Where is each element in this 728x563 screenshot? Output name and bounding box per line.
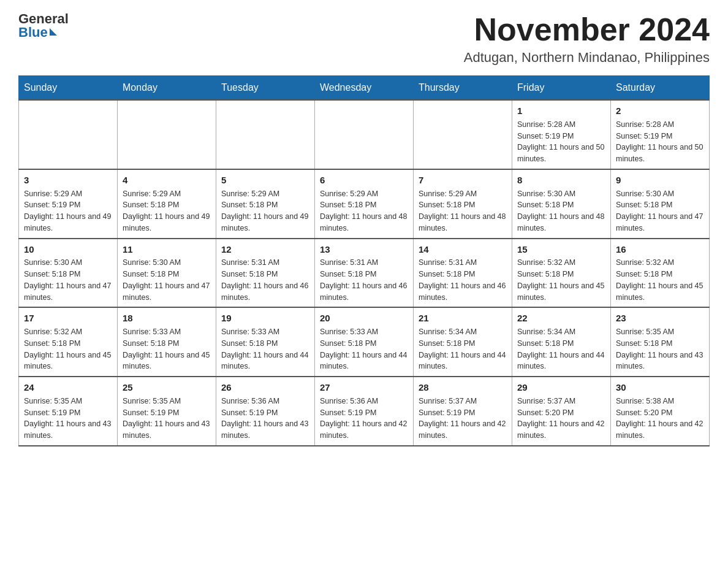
day-info: Sunrise: 5:31 AMSunset: 5:18 PMDaylight:… [419,257,507,303]
logo-general-text: General [18,12,69,26]
day-number: 5 [221,174,309,187]
day-info: Sunrise: 5:33 AMSunset: 5:18 PMDaylight:… [320,326,408,372]
day-number: 29 [517,381,605,394]
month-title: November 2024 [464,12,710,47]
day-number: 24 [24,381,112,394]
day-info: Sunrise: 5:35 AMSunset: 5:19 PMDaylight:… [24,396,112,442]
day-info: Sunrise: 5:34 AMSunset: 5:18 PMDaylight:… [419,326,507,372]
calendar-cell: 11Sunrise: 5:30 AMSunset: 5:18 PMDayligh… [118,239,216,308]
calendar-week-row: 3Sunrise: 5:29 AMSunset: 5:19 PMDaylight… [19,169,710,239]
calendar-cell: 24Sunrise: 5:35 AMSunset: 5:19 PMDayligh… [19,377,118,446]
day-info: Sunrise: 5:30 AMSunset: 5:18 PMDaylight:… [616,188,704,234]
calendar-cell: 17Sunrise: 5:32 AMSunset: 5:18 PMDayligh… [19,307,118,377]
logo-arrow-icon [50,28,57,36]
day-info: Sunrise: 5:33 AMSunset: 5:18 PMDaylight:… [221,326,309,372]
day-info: Sunrise: 5:30 AMSunset: 5:18 PMDaylight:… [24,257,112,303]
day-info: Sunrise: 5:34 AMSunset: 5:18 PMDaylight:… [517,326,605,372]
day-number: 1 [517,104,605,118]
day-info: Sunrise: 5:36 AMSunset: 5:19 PMDaylight:… [320,396,408,442]
calendar-cell: 27Sunrise: 5:36 AMSunset: 5:19 PMDayligh… [315,377,414,446]
day-info: Sunrise: 5:30 AMSunset: 5:18 PMDaylight:… [517,188,605,234]
day-info: Sunrise: 5:29 AMSunset: 5:18 PMDaylight:… [419,188,507,234]
day-info: Sunrise: 5:37 AMSunset: 5:19 PMDaylight:… [419,396,507,442]
calendar-cell: 1Sunrise: 5:28 AMSunset: 5:19 PMDaylight… [512,100,611,169]
calendar-header-row: SundayMondayTuesdayWednesdayThursdayFrid… [19,76,710,101]
calendar-cell: 15Sunrise: 5:32 AMSunset: 5:18 PMDayligh… [512,239,611,308]
day-info: Sunrise: 5:35 AMSunset: 5:18 PMDaylight:… [616,326,704,372]
day-number: 19 [221,312,309,325]
day-number: 7 [419,174,507,187]
day-info: Sunrise: 5:29 AMSunset: 5:18 PMDaylight:… [123,188,211,234]
day-info: Sunrise: 5:29 AMSunset: 5:18 PMDaylight:… [320,188,408,234]
calendar-cell: 6Sunrise: 5:29 AMSunset: 5:18 PMDaylight… [315,169,414,239]
day-number: 8 [517,174,605,187]
day-number: 6 [320,174,408,187]
day-number: 13 [320,243,408,256]
day-info: Sunrise: 5:37 AMSunset: 5:20 PMDaylight:… [517,396,605,442]
calendar-cell: 21Sunrise: 5:34 AMSunset: 5:18 PMDayligh… [414,307,512,377]
calendar-cell: 28Sunrise: 5:37 AMSunset: 5:19 PMDayligh… [414,377,512,446]
calendar-week-row: 17Sunrise: 5:32 AMSunset: 5:18 PMDayligh… [19,307,710,377]
calendar-week-row: 1Sunrise: 5:28 AMSunset: 5:19 PMDaylight… [19,100,710,169]
day-info: Sunrise: 5:30 AMSunset: 5:18 PMDaylight:… [123,257,211,303]
day-number: 30 [616,381,704,394]
calendar-cell: 16Sunrise: 5:32 AMSunset: 5:18 PMDayligh… [611,239,710,308]
day-number: 21 [419,312,507,325]
calendar-cell: 19Sunrise: 5:33 AMSunset: 5:18 PMDayligh… [216,307,315,377]
day-of-week-header: Monday [118,76,216,101]
calendar-cell: 22Sunrise: 5:34 AMSunset: 5:18 PMDayligh… [512,307,611,377]
day-number: 2 [616,104,704,118]
calendar-cell: 9Sunrise: 5:30 AMSunset: 5:18 PMDaylight… [611,169,710,239]
page-header: General Blue November 2024 Adtugan, Nort… [18,12,710,66]
day-info: Sunrise: 5:32 AMSunset: 5:18 PMDaylight:… [24,326,112,372]
day-number: 18 [123,312,211,325]
day-of-week-header: Sunday [19,76,118,101]
day-info: Sunrise: 5:28 AMSunset: 5:19 PMDaylight:… [616,119,704,165]
calendar-cell: 20Sunrise: 5:33 AMSunset: 5:18 PMDayligh… [315,307,414,377]
day-info: Sunrise: 5:31 AMSunset: 5:18 PMDaylight:… [320,257,408,303]
calendar-week-row: 24Sunrise: 5:35 AMSunset: 5:19 PMDayligh… [19,377,710,446]
calendar-cell: 18Sunrise: 5:33 AMSunset: 5:18 PMDayligh… [118,307,216,377]
calendar-cell [315,100,414,169]
title-area: November 2024 Adtugan, Northern Mindanao… [464,12,710,66]
calendar-cell: 25Sunrise: 5:35 AMSunset: 5:19 PMDayligh… [118,377,216,446]
calendar-cell [414,100,512,169]
calendar-cell: 8Sunrise: 5:30 AMSunset: 5:18 PMDaylight… [512,169,611,239]
calendar-cell: 29Sunrise: 5:37 AMSunset: 5:20 PMDayligh… [512,377,611,446]
day-number: 22 [517,312,605,325]
day-of-week-header: Friday [512,76,611,101]
day-info: Sunrise: 5:29 AMSunset: 5:18 PMDaylight:… [221,188,309,234]
day-info: Sunrise: 5:28 AMSunset: 5:19 PMDaylight:… [517,119,605,165]
day-number: 17 [24,312,112,325]
day-info: Sunrise: 5:29 AMSunset: 5:19 PMDaylight:… [24,188,112,234]
day-of-week-header: Thursday [414,76,512,101]
calendar-cell: 5Sunrise: 5:29 AMSunset: 5:18 PMDaylight… [216,169,315,239]
calendar-week-row: 10Sunrise: 5:30 AMSunset: 5:18 PMDayligh… [19,239,710,308]
day-number: 14 [419,243,507,256]
day-number: 10 [24,243,112,256]
calendar-cell: 7Sunrise: 5:29 AMSunset: 5:18 PMDaylight… [414,169,512,239]
day-info: Sunrise: 5:32 AMSunset: 5:18 PMDaylight:… [616,257,704,303]
day-number: 23 [616,312,704,325]
day-of-week-header: Tuesday [216,76,315,101]
day-number: 15 [517,243,605,256]
day-number: 27 [320,381,408,394]
logo: General Blue [18,12,69,39]
day-info: Sunrise: 5:31 AMSunset: 5:18 PMDaylight:… [221,257,309,303]
calendar-cell: 30Sunrise: 5:38 AMSunset: 5:20 PMDayligh… [611,377,710,446]
logo-blue-text: Blue [18,26,48,39]
day-number: 28 [419,381,507,394]
calendar-cell: 4Sunrise: 5:29 AMSunset: 5:18 PMDaylight… [118,169,216,239]
day-number: 20 [320,312,408,325]
day-number: 26 [221,381,309,394]
day-of-week-header: Saturday [611,76,710,101]
calendar-cell: 12Sunrise: 5:31 AMSunset: 5:18 PMDayligh… [216,239,315,308]
day-info: Sunrise: 5:33 AMSunset: 5:18 PMDaylight:… [123,326,211,372]
day-info: Sunrise: 5:32 AMSunset: 5:18 PMDaylight:… [517,257,605,303]
day-number: 12 [221,243,309,256]
calendar-cell [19,100,118,169]
calendar-cell: 26Sunrise: 5:36 AMSunset: 5:19 PMDayligh… [216,377,315,446]
day-number: 3 [24,174,112,187]
day-number: 25 [123,381,211,394]
day-number: 4 [123,174,211,187]
